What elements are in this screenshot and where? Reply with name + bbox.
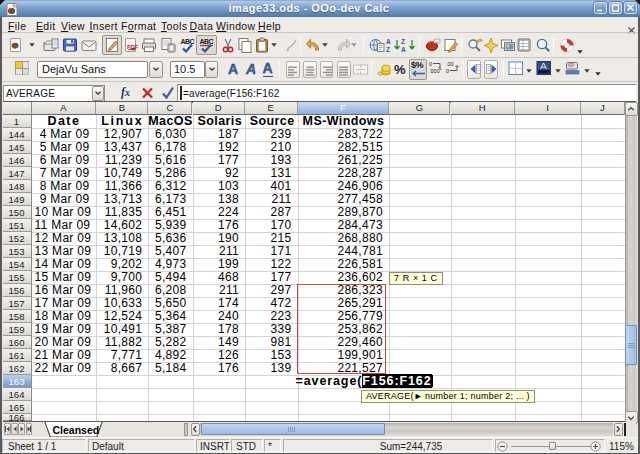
svg-text:0: 0	[429, 61, 432, 67]
svg-text:ABC: ABC	[200, 38, 214, 45]
svg-text:A: A	[386, 38, 391, 45]
svg-text:Z: Z	[401, 38, 405, 45]
svg-text:0: 0	[446, 68, 449, 74]
svg-text:.00: .00	[446, 61, 454, 67]
svg-text:PDF: PDF	[127, 44, 139, 50]
svg-text:Z: Z	[386, 46, 390, 53]
svg-text:ABC: ABC	[181, 38, 195, 45]
svg-text:.000: .000	[429, 68, 440, 74]
svg-text:A: A	[401, 46, 406, 53]
